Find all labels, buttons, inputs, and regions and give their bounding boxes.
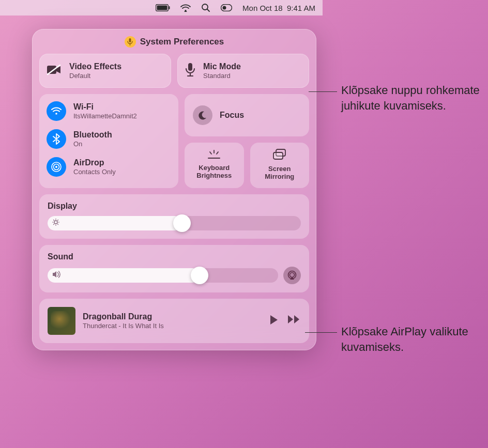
svg-point-12: [55, 113, 57, 115]
mic-mode-tile[interactable]: Mic Mode Standard: [177, 54, 309, 88]
sun-icon: [52, 219, 59, 228]
svg-rect-11: [188, 63, 192, 71]
svg-point-7: [223, 6, 226, 10]
mic-mode-subtitle: Standard: [203, 72, 241, 80]
video-effects-title: Video Effects: [69, 62, 121, 71]
svg-line-29: [58, 220, 58, 220]
display-slider[interactable]: [48, 216, 301, 230]
svg-line-28: [58, 224, 58, 224]
wifi-title: Wi-Fi: [73, 102, 137, 112]
svg-point-3: [185, 9, 186, 11]
display-section: Display: [39, 194, 309, 239]
svg-point-32: [290, 272, 295, 277]
screen-mirroring-tile[interactable]: Screen Mirroring: [250, 143, 310, 188]
svg-line-18: [210, 152, 211, 154]
keyboard-brightness-tile[interactable]: Keyboard Brightness: [185, 143, 244, 188]
play-button[interactable]: [269, 314, 279, 328]
svg-rect-2: [169, 6, 170, 9]
airplay-audio-button[interactable]: [283, 267, 301, 284]
bluetooth-subtitle: On: [73, 140, 112, 148]
wifi-subtitle: ItsWillametteDamnit2: [73, 112, 137, 120]
svg-point-22: [54, 221, 57, 224]
bluetooth-title: Bluetooth: [73, 130, 112, 140]
display-label: Display: [48, 202, 301, 211]
mic-icon: [185, 63, 196, 79]
svg-point-4: [202, 4, 208, 10]
screen-mirroring-icon: [272, 149, 287, 162]
panel-title: System Preferences: [39, 36, 309, 48]
callout-line: [305, 332, 337, 333]
focus-title: Focus: [220, 111, 244, 120]
svg-point-15: [55, 166, 57, 168]
svg-rect-9: [47, 66, 56, 74]
svg-rect-1: [157, 6, 167, 10]
album-art: [48, 307, 75, 335]
keyboard-brightness-icon: [206, 150, 222, 161]
now-playing-subtitle: Thundercat - It Is What It Is: [83, 322, 262, 330]
airdrop-title: AirDrop: [73, 158, 116, 167]
control-center-icon[interactable]: [221, 4, 232, 11]
video-effects-subtitle: Default: [69, 72, 121, 80]
control-center-panel: System Preferences Video Effects Default: [32, 29, 316, 350]
airdrop-row[interactable]: AirDrop Contacts Only: [47, 157, 171, 177]
spotlight-icon[interactable]: [201, 3, 210, 12]
svg-line-5: [207, 9, 209, 11]
sound-section: Sound: [39, 245, 309, 292]
sound-slider[interactable]: [48, 268, 278, 283]
svg-rect-8: [129, 38, 131, 42]
airdrop-icon: [47, 157, 66, 177]
wifi-icon[interactable]: [180, 4, 191, 12]
mic-mode-title: Mic Mode: [203, 62, 241, 71]
now-playing-title: Dragonball Durag: [83, 312, 262, 321]
speaker-icon: [52, 271, 62, 280]
focus-tile[interactable]: Focus: [185, 94, 309, 136]
video-effects-tile[interactable]: Video Effects Default: [39, 54, 171, 88]
next-track-button[interactable]: [287, 314, 301, 328]
bluetooth-icon: [47, 129, 66, 149]
callout-mic-mode: Klõpsake nuppu rohkemate juhikute kuvami…: [341, 83, 488, 113]
connectivity-tile: Wi-Fi ItsWillametteDamnit2 Bluetooth On: [39, 94, 178, 188]
svg-line-27: [54, 220, 54, 220]
menubar-clock[interactable]: Mon Oct 18 9:41 AM: [242, 4, 315, 12]
mic-active-icon: [125, 36, 136, 48]
wifi-icon: [47, 101, 66, 121]
screen-mirroring-label: Screen Mirroring: [265, 165, 294, 181]
wifi-row[interactable]: Wi-Fi ItsWillametteDamnit2: [47, 101, 171, 121]
svg-rect-21: [273, 152, 283, 159]
bluetooth-row[interactable]: Bluetooth On: [47, 129, 171, 149]
callout-line: [309, 91, 337, 92]
now-playing-tile[interactable]: Dragonball Durag Thundercat - It Is What…: [39, 299, 309, 343]
moon-icon: [193, 105, 212, 125]
callout-airplay: Klõpsake AirPlay valikute kuvamiseks.: [341, 324, 488, 354]
svg-line-30: [54, 224, 54, 224]
svg-line-19: [217, 152, 218, 154]
camera-off-icon: [47, 64, 62, 78]
battery-icon: [156, 4, 170, 11]
sound-label: Sound: [48, 252, 301, 261]
airdrop-subtitle: Contacts Only: [73, 168, 116, 176]
menubar: Mon Oct 18 9:41 AM: [0, 0, 323, 16]
keyboard-brightness-label: Keyboard Brightness: [196, 164, 232, 180]
